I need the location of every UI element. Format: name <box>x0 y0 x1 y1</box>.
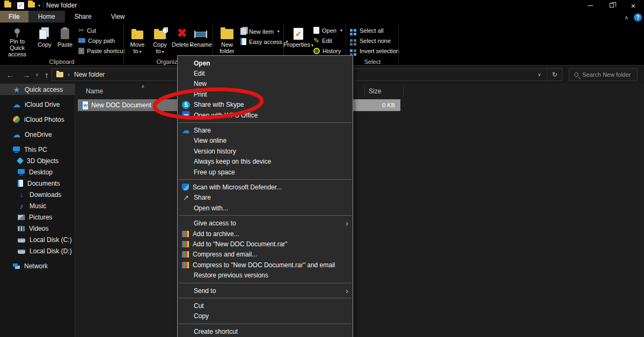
paste-shortcut-button[interactable]: ↑ Paste shortcut <box>78 46 125 55</box>
menu-item-label: Add to "New DOC Document.rar" <box>193 240 349 248</box>
button-label: Open <box>322 27 336 34</box>
group-label-select: Select <box>347 58 398 65</box>
select-all-button[interactable]: Select all <box>349 26 384 35</box>
menu-icon-slot <box>182 287 190 295</box>
menu-item-edit[interactable]: Edit <box>178 68 353 78</box>
menu-item-scan-with-microsoft-defender[interactable]: Scan with Microsoft Defender... <box>178 182 353 192</box>
menu-item-create-shortcut[interactable]: Create shortcut <box>178 326 353 336</box>
menu-item-add-to-new-doc-document-rar[interactable]: Add to "New DOC Document.rar" <box>178 239 353 249</box>
menu-item-label: Compress and email... <box>193 251 349 258</box>
close-button[interactable]: × <box>623 0 644 11</box>
menu-item-restore-previous-versions[interactable]: Restore previous versions <box>178 270 353 280</box>
sidebar-item-downloads[interactable]: ↓Downloads <box>0 189 75 200</box>
button-label: Paste <box>57 41 72 48</box>
sidebar-item-local-disk-c[interactable]: Local Disk (C:) <box>0 234 75 245</box>
copy-button[interactable]: Copy <box>34 24 55 57</box>
restore-button[interactable] <box>601 0 623 11</box>
menu-item-share[interactable]: ☁Share <box>178 125 353 135</box>
menu-item-version-history[interactable]: Version history <box>178 146 353 156</box>
paste-button[interactable]: Paste <box>55 24 75 57</box>
search-input[interactable] <box>582 71 633 78</box>
group-label-clipboard: Clipboard <box>0 58 123 65</box>
tab-share[interactable]: Share <box>65 11 101 23</box>
edit-button[interactable]: ✎ Edit <box>313 36 332 45</box>
menu-item-send-to[interactable]: Send to› <box>178 285 353 296</box>
menu-item-share[interactable]: ↗Share <box>178 193 353 203</box>
move-to-button[interactable]: ← Move to▾ <box>127 24 148 57</box>
button-label: Paste shortcut <box>87 48 125 54</box>
sidebar-item-network[interactable]: Network <box>0 260 75 272</box>
title-bar: ✓ ▾ New folder × <box>0 0 644 11</box>
sidebar-item-this-pc[interactable]: This PC <box>0 144 75 155</box>
menu-item-open[interactable]: Open <box>178 58 353 68</box>
sidebar-item-onedrive[interactable]: ☁OneDrive <box>0 129 75 140</box>
invert-selection-button[interactable]: Invert selection <box>349 46 399 55</box>
menu-icon-slot <box>182 302 190 310</box>
menu-item-always-keep-on-this-device[interactable]: Always keep on this device <box>178 157 353 167</box>
menu-item-compress-to-new-doc-document-rar-and-email[interactable]: Compress to "New DOC Document.rar" and e… <box>178 260 353 270</box>
menu-item-add-to-archive[interactable]: Add to archive... <box>178 229 353 239</box>
properties-button[interactable]: ✓ Properties▾ <box>286 24 311 57</box>
new-item-button[interactable]: New item▾ <box>240 27 280 36</box>
menu-item-share-with-skype[interactable]: SShare with Skype <box>178 100 353 110</box>
column-header-size[interactable]: Size <box>369 87 381 95</box>
sidebar-item-pictures[interactable]: Pictures <box>0 211 75 223</box>
sidebar-item-quick-access[interactable]: ★Quick access <box>0 84 75 95</box>
select-none-button[interactable]: Select none <box>349 36 391 45</box>
search-box[interactable] <box>569 68 638 81</box>
up-icon[interactable]: ↑ <box>41 65 53 84</box>
menu-item-view-online[interactable]: View online <box>178 136 353 146</box>
column-header-name[interactable]: Name <box>86 87 103 95</box>
breadcrumb[interactable]: New folder <box>74 71 105 78</box>
refresh-icon[interactable]: ↻ <box>547 69 562 80</box>
sidebar-item-desktop[interactable]: Desktop <box>0 166 75 178</box>
menu-item-copy[interactable]: Copy <box>178 311 353 321</box>
address-dropdown-caret[interactable]: ∨ <box>532 69 547 80</box>
app-folder-icon <box>4 2 11 8</box>
column-divider[interactable] <box>364 86 365 97</box>
tab-view[interactable]: View <box>101 11 135 23</box>
menu-item-cut[interactable]: Cut <box>178 301 353 311</box>
tab-file[interactable]: File <box>0 11 28 23</box>
menu-item-open-with[interactable]: Open with... <box>178 203 353 213</box>
sidebar-item-videos[interactable]: Videos <box>0 223 75 234</box>
menu-item-new[interactable]: New <box>178 79 353 89</box>
tab-home[interactable]: Home <box>28 11 65 23</box>
back-icon[interactable]: ← <box>3 65 17 84</box>
sidebar-item-music[interactable]: ♪Music <box>0 200 75 211</box>
sidebar-item-3d-objects[interactable]: 3D Objects <box>0 155 75 166</box>
menu-item-label: Restore previous versions <box>194 272 349 279</box>
menu-item-open-with-wps-office[interactable]: WOpen with WPS Office <box>178 110 353 120</box>
sidebar-item-documents[interactable]: Documents <box>0 178 75 189</box>
copy-to-button[interactable]: Copy to▾ <box>149 24 171 57</box>
column-divider[interactable] <box>403 86 404 97</box>
menu-item-free-up-space[interactable]: Free up space <box>178 167 353 177</box>
sidebar-item-label: Network <box>24 262 48 270</box>
qat-customize-caret[interactable]: ▾ <box>38 3 40 8</box>
history-button[interactable]: History <box>313 46 341 55</box>
menu-item-label: Compress to "New DOC Document.rar" and e… <box>193 261 349 269</box>
rename-button[interactable]: Rename <box>189 24 213 57</box>
easy-access-button[interactable]: Easy access▾ <box>240 37 288 46</box>
pin-to-quick-access-button[interactable]: Pin to Quick access <box>2 24 32 57</box>
help-icon[interactable]: ? <box>634 13 642 21</box>
cut-button[interactable]: ✂ Cut <box>78 26 96 35</box>
menu-item-label: New <box>194 80 349 87</box>
menu-item-give-access-to[interactable]: Give access to› <box>178 218 353 228</box>
copy-path-button[interactable]: Copy path <box>78 36 115 45</box>
sidebar-item-icloud-drive[interactable]: ☁iCloud Drive <box>0 99 75 110</box>
sidebar-item-label: OneDrive <box>25 131 52 138</box>
new-folder-button[interactable]: New folder <box>216 24 238 57</box>
menu-item-print[interactable]: Print <box>178 89 353 99</box>
sidebar-item-local-disk-d[interactable]: Local Disk (D:) <box>0 245 75 257</box>
button-label: Copy path <box>88 38 115 44</box>
qat-properties-icon[interactable]: ✓ <box>17 2 24 9</box>
collapse-ribbon-icon[interactable]: ∧ <box>625 14 628 20</box>
menu-item-compress-and-email[interactable]: Compress and email... <box>178 250 353 260</box>
qat-new-folder-icon[interactable] <box>28 2 35 8</box>
forward-icon[interactable]: → <box>19 65 33 84</box>
open-button[interactable]: Open▾ <box>313 26 342 35</box>
menu-separator <box>179 324 352 324</box>
sidebar-item-icloud-photos[interactable]: iCloud Photos <box>0 114 75 125</box>
minimize-button[interactable] <box>580 0 601 11</box>
